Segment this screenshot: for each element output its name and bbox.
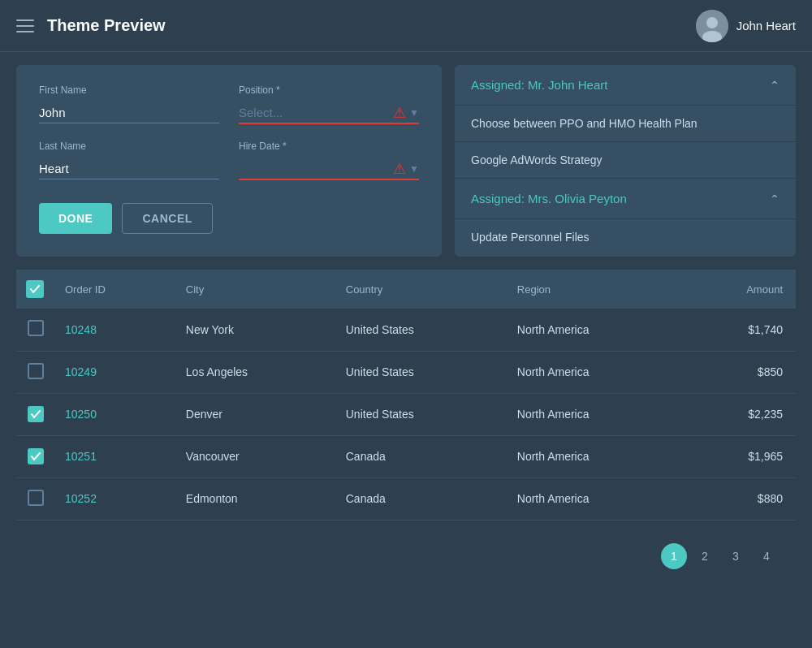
hire-date-dropdown-arrow: ▼ (409, 163, 419, 175)
first-name-label: First Name (39, 84, 219, 96)
order-id-cell: 10251 (52, 435, 173, 477)
menu-icon[interactable] (16, 19, 34, 32)
row-checkbox[interactable] (28, 448, 44, 464)
task-group-1-label: Assigned: Mr. John Heart (471, 78, 607, 92)
task-group-2-header[interactable]: Assigned: Mrs. Olivia Peyton ⌃ (455, 179, 796, 219)
task-group-1-chevron: ⌃ (770, 79, 780, 92)
table-section: Order ID City Country Region Amount 1024… (16, 270, 796, 521)
row-checkbox[interactable] (28, 320, 44, 336)
row-checkbox[interactable] (28, 490, 44, 506)
region-cell: North America (504, 393, 682, 435)
position-label: Position * (239, 84, 419, 96)
position-select-wrapper: Select... ⚠ ▼ (239, 102, 419, 124)
country-cell: Canada (333, 435, 504, 477)
task-group-1-header[interactable]: Assigned: Mr. John Heart ⌃ (455, 65, 796, 106)
table-row: 10251VancouverCanadaNorth America$1,965 (16, 435, 796, 477)
page-title: Theme Preview (47, 16, 696, 35)
amount-cell: $1,965 (682, 435, 796, 477)
hire-date-wrapper: ⚠ ▼ (239, 158, 419, 180)
task-item: Choose between PPO and HMO Health Plan (455, 106, 796, 142)
row-checkbox-cell[interactable] (16, 477, 52, 520)
task-item: Google AdWords Strategy (455, 142, 796, 179)
country-cell: United States (333, 309, 504, 351)
table-row: 10248New YorkUnited StatesNorth America$… (16, 309, 796, 351)
page-1-button[interactable]: 1 (661, 543, 687, 569)
row-checkbox-cell[interactable] (16, 393, 52, 435)
region-cell: North America (504, 477, 682, 520)
order-id-cell: 10250 (52, 393, 173, 435)
col-city-header: City (173, 270, 333, 309)
user-profile: John Heart (696, 10, 796, 42)
row-checkbox-cell[interactable] (16, 309, 52, 351)
region-cell: North America (504, 309, 682, 351)
city-cell: Los Angeles (173, 351, 333, 393)
top-row: First Name Position * Select... ⚠ ▼ (16, 65, 796, 257)
country-cell: United States (333, 351, 504, 393)
pagination: 1 2 3 4 (16, 534, 796, 579)
country-cell: Canada (333, 477, 504, 520)
region-cell: North America (504, 435, 682, 477)
form-actions: DONE CANCEL (39, 203, 419, 234)
select-all-header[interactable] (16, 270, 52, 309)
hire-date-group: Hire Date * ⚠ ▼ (239, 140, 419, 180)
task-item: Update Personnel Files (455, 219, 796, 255)
table-row: 10249Los AngelesUnited StatesNorth Ameri… (16, 351, 796, 393)
amount-cell: $850 (682, 351, 796, 393)
position-dropdown-arrow: ▼ (409, 107, 419, 119)
city-cell: New York (173, 309, 333, 351)
position-error-icon: ⚠ (393, 104, 406, 122)
form-grid: First Name Position * Select... ⚠ ▼ (39, 84, 419, 197)
avatar (696, 10, 728, 42)
table-header-row: Order ID City Country Region Amount (16, 270, 796, 309)
last-name-group: Last Name (39, 140, 219, 180)
done-button[interactable]: DONE (39, 203, 112, 234)
city-cell: Vancouver (173, 435, 333, 477)
col-amount-header: Amount (682, 270, 796, 309)
row-checkbox-cell[interactable] (16, 351, 52, 393)
svg-point-1 (706, 17, 718, 28)
page-2-button[interactable]: 2 (692, 543, 718, 569)
task-group-2-label: Assigned: Mrs. Olivia Peyton (471, 192, 627, 205)
select-all-checkbox[interactable] (26, 280, 44, 298)
table-row: 10252EdmontonCanadaNorth America$880 (16, 477, 796, 520)
row-checkbox[interactable] (28, 363, 44, 379)
order-id-cell: 10248 (52, 309, 173, 351)
main-content: First Name Position * Select... ⚠ ▼ (0, 52, 812, 592)
hire-date-input[interactable] (239, 158, 393, 179)
page-4-button[interactable]: 4 (754, 543, 780, 569)
hire-date-error-icon: ⚠ (393, 160, 406, 178)
col-orderid-header: Order ID (52, 270, 173, 309)
username-label: John Heart (736, 19, 796, 32)
amount-cell: $1,740 (682, 309, 796, 351)
form-card: First Name Position * Select... ⚠ ▼ (16, 65, 442, 257)
country-cell: United States (333, 393, 504, 435)
data-table: Order ID City Country Region Amount 1024… (16, 270, 796, 521)
tasks-card: Assigned: Mr. John Heart ⌃ Choose betwee… (455, 65, 796, 257)
header: Theme Preview John Heart (0, 0, 812, 52)
order-id-cell: 10252 (52, 477, 173, 520)
page-3-button[interactable]: 3 (723, 543, 749, 569)
last-name-label: Last Name (39, 140, 219, 152)
last-name-input[interactable] (39, 158, 219, 179)
cancel-button[interactable]: CANCEL (122, 203, 212, 234)
row-checkbox[interactable] (28, 406, 44, 422)
position-group: Position * Select... ⚠ ▼ (239, 84, 419, 124)
first-name-input[interactable] (39, 102, 219, 123)
region-cell: North America (504, 351, 682, 393)
hire-date-label: Hire Date * (239, 140, 419, 152)
order-id-cell: 10249 (52, 351, 173, 393)
amount-cell: $2,235 (682, 393, 796, 435)
col-region-header: Region (504, 270, 682, 309)
row-checkbox-cell[interactable] (16, 435, 52, 477)
task-group-2-chevron: ⌃ (770, 192, 780, 205)
city-cell: Denver (173, 393, 333, 435)
city-cell: Edmonton (173, 477, 333, 520)
col-country-header: Country (333, 270, 504, 309)
amount-cell: $880 (682, 477, 796, 520)
position-select[interactable]: Select... (239, 102, 393, 123)
first-name-group: First Name (39, 84, 219, 124)
table-row: 10250DenverUnited StatesNorth America$2,… (16, 393, 796, 435)
